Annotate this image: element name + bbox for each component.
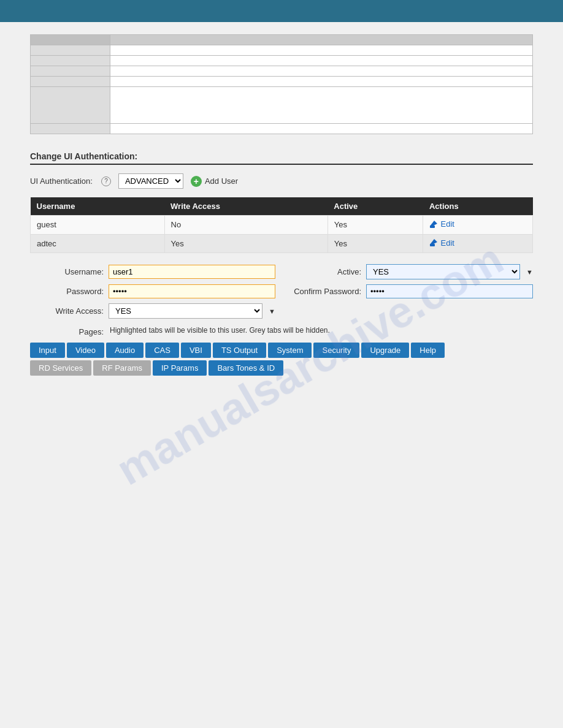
edit-button-1[interactable]: Edit [429,238,454,248]
tab-vbi[interactable]: VBI [181,343,211,358]
user-write-access-1: Yes [164,234,327,253]
auth-label: UI Authentication: [30,176,93,186]
username-input[interactable] [109,265,275,279]
tab-upgrade[interactable]: Upgrade [361,343,409,358]
section-title: Change UI Authentication: [30,151,533,165]
add-user-button[interactable]: + Add User [191,176,238,187]
write-access-select[interactable]: YES NO [109,303,262,319]
edit-icon-1 [429,238,438,247]
active-select[interactable]: YES NO [366,264,520,279]
users-table: Username Write Access Active Actions gue… [30,197,533,253]
active-label: Active: [288,267,361,276]
auth-row: UI Authentication: ? ADVANCED + Add User [30,173,533,189]
password-label: Password: [30,287,104,296]
tab-help[interactable]: Help [411,343,445,358]
pages-desc: Highlighted tabs will be visible to this… [110,326,533,335]
tab-ts-output[interactable]: TS Output [213,343,266,358]
tab-video[interactable]: Video [67,343,104,358]
col-header-username: Username [31,197,165,216]
auth-select[interactable]: ADVANCED [118,173,183,189]
col-header-active: Active [327,197,423,216]
password-field: Password: [30,284,275,298]
confirm-password-field: Confirm Password: [288,284,533,298]
user-active-1: Yes [327,234,423,253]
svg-marker-3 [430,239,437,245]
username-field: Username: [30,264,275,279]
password-input[interactable] [109,284,275,298]
write-access-label: Write Access: [30,306,104,316]
pages-label: Pages: [30,326,104,336]
edit-label-1: Edit [440,238,454,248]
col-header-actions: Actions [423,197,533,216]
user-actions-1[interactable]: Edit [423,234,533,253]
tab-bars-tones-id[interactable]: Bars Tones & ID [209,360,283,376]
auth-select-wrap: ADVANCED [118,173,183,189]
tab-security[interactable]: Security [313,343,359,358]
svg-marker-1 [430,221,437,226]
pages-row: Pages: Highlighted tabs will be visible … [30,326,533,336]
col-header-write-access: Write Access [164,197,327,216]
tab-ip-params[interactable]: IP Params [153,360,207,376]
form-grid: Username: Active: YES NO ▼ Password: Con… [30,264,533,319]
add-user-icon: + [191,176,202,187]
edit-label-0: Edit [440,219,454,229]
tab-audio[interactable]: Audio [106,343,144,358]
edit-button-0[interactable]: Edit [429,219,454,229]
tab-input[interactable]: Input [30,343,65,358]
user-username-1: adtec [31,234,165,253]
user-username-0: guest [31,216,165,235]
confirm-password-label: Confirm Password: [288,287,361,296]
tab-cas[interactable]: CAS [145,343,179,358]
edit-icon-0 [429,220,438,229]
confirm-password-input[interactable] [366,284,533,298]
info-table [30,34,533,134]
tab-rf-params[interactable]: RF Params [93,360,151,376]
auth-help-icon[interactable]: ? [101,176,111,186]
top-bar [0,0,563,22]
username-label: Username: [30,267,104,276]
user-actions-0[interactable]: Edit [423,216,533,235]
tab-system[interactable]: System [268,343,312,358]
tab-rd-services[interactable]: RD Services [30,360,91,376]
table-row: guest No Yes Edit [31,216,533,235]
active-field: Active: YES NO ▼ [288,264,533,279]
user-active-0: Yes [327,216,423,235]
tabs-row-2: RD Services RF Params IP Params Bars Ton… [30,360,533,376]
add-user-label: Add User [205,176,238,186]
write-access-field: Write Access: YES NO ▼ [30,303,275,319]
tabs-row-1: Input Video Audio CAS VBI TS Output Syst… [30,343,533,358]
table-row: adtec Yes Yes Edit [31,234,533,253]
user-write-access-0: No [164,216,327,235]
